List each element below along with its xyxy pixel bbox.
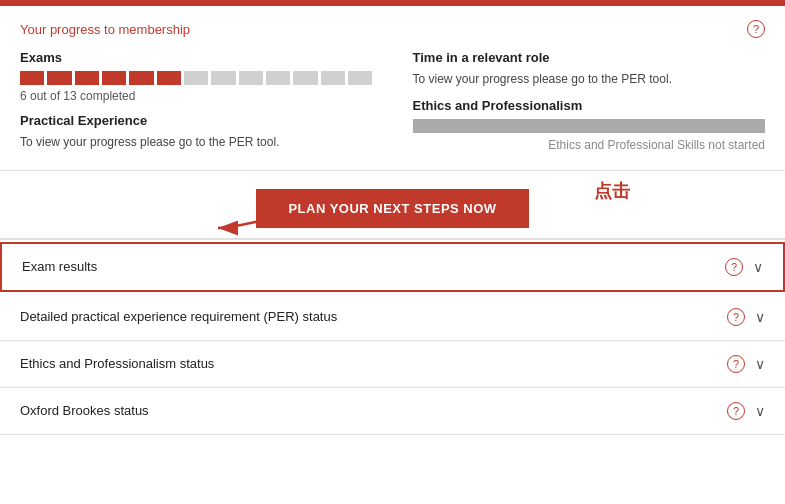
time-label: Time in a relevant role — [413, 50, 766, 65]
accordion-section: Exam results?∨Detailed practical experie… — [0, 238, 785, 435]
bar-segment-9 — [239, 71, 263, 85]
bar-segment-13 — [348, 71, 372, 85]
ethics-status: Ethics and Professional Skills not start… — [548, 138, 765, 152]
plan-button[interactable]: PLAN YOUR NEXT STEPS NOW — [256, 189, 528, 228]
exams-bar-container — [20, 71, 373, 85]
bar-segment-2 — [47, 71, 71, 85]
exams-count: 6 out of 13 completed — [20, 89, 373, 103]
bar-segment-4 — [102, 71, 126, 85]
time-subtext: To view your progress please go to the P… — [413, 71, 766, 88]
chinese-annotation: 点击 — [594, 179, 630, 203]
accordion-right-2: ?∨ — [727, 355, 765, 373]
accordion-chevron-0[interactable]: ∨ — [753, 259, 763, 275]
accordion-chevron-1[interactable]: ∨ — [755, 309, 765, 325]
bar-segment-3 — [75, 71, 99, 85]
accordion-left-1: Detailed practical experience requiremen… — [20, 309, 337, 324]
accordion-right-1: ?∨ — [727, 308, 765, 326]
accordion-right-3: ?∨ — [727, 402, 765, 420]
progress-section: Your progress to membership ? Exams 6 ou… — [0, 6, 785, 171]
accordion-chevron-3[interactable]: ∨ — [755, 403, 765, 419]
bar-segment-12 — [321, 71, 345, 85]
accordion-help-1[interactable]: ? — [727, 308, 745, 326]
accordion-help-0[interactable]: ? — [725, 258, 743, 276]
accordion-label-1: Detailed practical experience requiremen… — [20, 309, 337, 324]
accordion-chevron-2[interactable]: ∨ — [755, 356, 765, 372]
exams-label: Exams — [20, 50, 373, 65]
progress-help-icon[interactable]: ? — [747, 20, 765, 38]
annotation-container: 点击 — [594, 179, 630, 203]
progress-grid: Exams 6 out of 13 completed Practical Ex… — [20, 50, 765, 154]
accordion-item-1[interactable]: Detailed practical experience requiremen… — [0, 294, 785, 341]
bar-segment-1 — [20, 71, 44, 85]
ethics-bar — [413, 119, 766, 133]
bar-segment-11 — [293, 71, 317, 85]
bar-segment-5 — [129, 71, 153, 85]
accordion-label-3: Oxford Brookes status — [20, 403, 149, 418]
accordion-left-0: Exam results — [22, 259, 97, 274]
accordion-label-2: Ethics and Professionalism status — [20, 356, 214, 371]
bar-segment-7 — [184, 71, 208, 85]
progress-title: Your progress to membership — [20, 22, 190, 37]
bar-segment-6 — [157, 71, 181, 85]
accordion-help-2[interactable]: ? — [727, 355, 745, 373]
accordion-left-3: Oxford Brookes status — [20, 403, 149, 418]
plan-button-section: PLAN YOUR NEXT STEPS NOW 点击 — [0, 171, 785, 238]
practical-subtext: To view your progress please go to the P… — [20, 134, 373, 151]
left-col: Exams 6 out of 13 completed Practical Ex… — [20, 50, 373, 154]
bar-segment-8 — [211, 71, 235, 85]
ethics-label: Ethics and Professionalism — [413, 98, 766, 113]
accordion-right-0: ?∨ — [725, 258, 763, 276]
accordion-item-3[interactable]: Oxford Brookes status?∨ — [0, 388, 785, 435]
accordion-label-0: Exam results — [22, 259, 97, 274]
bar-segment-10 — [266, 71, 290, 85]
accordion-left-2: Ethics and Professionalism status — [20, 356, 214, 371]
accordion-item-0[interactable]: Exam results?∨ — [0, 242, 785, 292]
right-col: Time in a relevant role To view your pro… — [413, 50, 766, 154]
exams-bar-track — [20, 71, 373, 85]
accordion-item-2[interactable]: Ethics and Professionalism status?∨ — [0, 341, 785, 388]
practical-label: Practical Experience — [20, 113, 373, 128]
progress-header: Your progress to membership ? — [20, 20, 765, 38]
accordion-help-3[interactable]: ? — [727, 402, 745, 420]
